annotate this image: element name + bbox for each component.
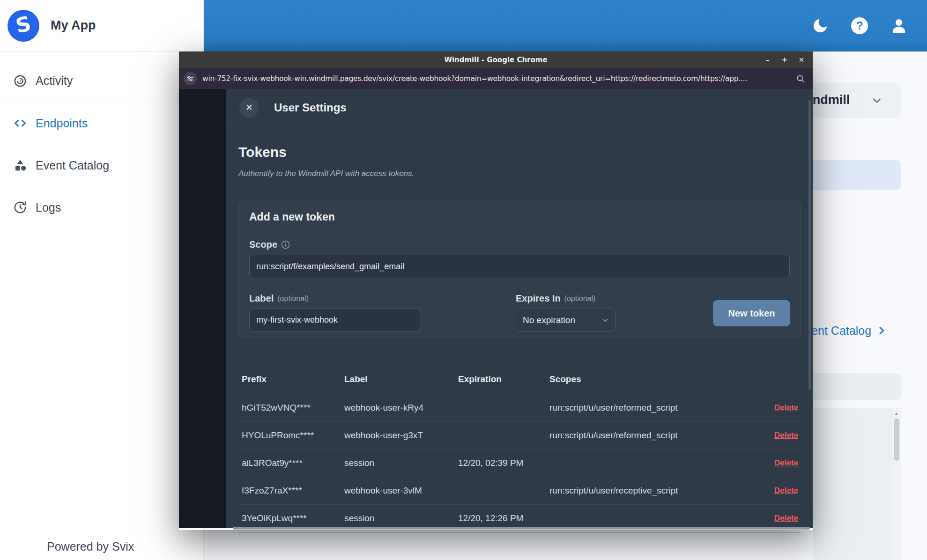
token-prefix: 3YeOiKpLwq****: [242, 513, 344, 523]
scope-label: Scope: [249, 239, 790, 250]
event-catalog-icon: [13, 158, 27, 172]
tokens-table: Prefix Label Expiration Scopes hGiT52wVN…: [238, 365, 801, 532]
sidebar-item-label: Endpoints: [36, 117, 88, 130]
table-row: aiL3ROat9y**** session 12/20, 02:39 PM D…: [238, 449, 801, 477]
chevron-right-icon: [876, 325, 887, 336]
screen: ? Windmill Event Catalog ▲ S My App: [0, 0, 927, 560]
svg-text:?: ?: [856, 19, 863, 32]
app-topbar: ?: [204, 0, 927, 52]
col-header-label: Label: [344, 374, 458, 384]
window-titlebar[interactable]: Windmill - Google Chrome – + ✕: [179, 52, 813, 68]
maximize-button[interactable]: +: [781, 56, 788, 64]
add-token-panel: Add a new token Scope Label: [238, 200, 801, 338]
token-label: webhook-user-kRy4: [344, 403, 458, 413]
background-content-panel: ▲: [813, 408, 901, 560]
zoom-search-icon[interactable]: [796, 74, 805, 83]
col-header-scopes: Scopes: [549, 374, 754, 384]
sidebar-item-endpoints[interactable]: Endpoints: [0, 102, 203, 144]
token-prefix: aiL3ROat9y****: [242, 458, 344, 468]
app-name: My App: [51, 18, 96, 33]
info-icon[interactable]: [281, 240, 290, 249]
scrollbar-up-arrow-icon[interactable]: ▲: [894, 411, 898, 416]
modal-body: Tokens Authentify to the Windmill API wi…: [226, 126, 813, 532]
svix-logo: S: [7, 10, 39, 42]
url-text[interactable]: win-752-fix-svix-webhook-win.windmill.pa…: [202, 74, 790, 83]
table-header-row: Prefix Label Expiration Scopes: [238, 365, 801, 394]
expires-in-label: Expires In (optional): [516, 293, 616, 304]
expires-in-select[interactable]: No expiration: [516, 309, 616, 332]
endpoints-icon: [13, 116, 27, 130]
table-row: hGiT52wVNQ**** webhook-user-kRy4 run:scr…: [238, 394, 801, 422]
tokens-heading: Tokens: [238, 144, 801, 165]
token-prefix: f3FzoZ7raX****: [242, 486, 344, 496]
label-input[interactable]: [249, 309, 420, 332]
col-header-prefix: Prefix: [242, 374, 344, 384]
delete-token-link[interactable]: Delete: [774, 486, 798, 495]
window-content: ✕ User Settings Tokens Authentify to the…: [179, 89, 813, 528]
sidebar-item-activity[interactable]: Activity: [0, 60, 203, 102]
token-scopes: run:script/u/user/reformed_script: [549, 430, 754, 441]
token-label: webhook-user-g3xT: [344, 430, 458, 441]
close-icon: ✕: [245, 102, 253, 113]
logs-icon: [13, 200, 27, 214]
scope-input[interactable]: [249, 255, 790, 278]
label-optional: (optional): [277, 295, 309, 303]
close-modal-button[interactable]: ✕: [239, 98, 259, 118]
window-horizontal-scrollbar[interactable]: [233, 527, 810, 530]
chrome-window: Windmill - Google Chrome – + ✕ win-752-f…: [179, 52, 813, 530]
window-title: Windmill - Google Chrome: [444, 56, 547, 64]
url-bar[interactable]: win-752-fix-svix-webhook-win.windmill.pa…: [179, 68, 813, 89]
page-behind-modal: [179, 89, 226, 528]
modal-scrollbar-thumb[interactable]: [808, 100, 811, 390]
table-row: HYOLuPRomc**** webhook-user-g3xT run:scr…: [238, 422, 801, 449]
modal-title: User Settings: [274, 101, 347, 114]
table-row: f3FzoZ7raX**** webhook-user-3vlM run:scr…: [238, 477, 801, 505]
delete-token-link[interactable]: Delete: [774, 431, 798, 440]
expires-in-value: No expiration: [523, 315, 575, 325]
chevron-down-icon: [601, 316, 609, 324]
modal-header: ✕ User Settings: [226, 89, 813, 126]
background-scrollbar[interactable]: ▲: [892, 408, 901, 560]
sidebar-nav: Activity Endpoints Event Catalog Logs: [0, 60, 203, 228]
site-settings-icon[interactable]: [184, 72, 197, 85]
expires-optional: (optional): [564, 295, 596, 303]
token-prefix: HYOLuPRomc****: [242, 430, 344, 441]
add-token-heading: Add a new token: [249, 211, 790, 223]
help-icon[interactable]: ?: [850, 16, 869, 35]
token-label: session: [344, 458, 458, 468]
user-icon[interactable]: [890, 16, 908, 35]
user-settings-modal: ✕ User Settings Tokens Authentify to the…: [226, 89, 813, 528]
delete-token-link[interactable]: Delete: [774, 514, 798, 523]
sidebar-item-label: Activity: [36, 74, 73, 88]
powered-by-svix: Powered by Svix: [47, 540, 134, 553]
dark-mode-moon-icon[interactable]: [811, 16, 830, 35]
token-scopes: run:script/u/user/receptive_script: [549, 486, 754, 496]
delete-token-link[interactable]: Delete: [774, 458, 798, 468]
sidebar-item-label: Event Catalog: [36, 159, 109, 172]
token-label: session: [344, 513, 458, 523]
label-label: Label (optional): [249, 293, 449, 304]
sidebar-item-logs[interactable]: Logs: [0, 186, 203, 228]
token-label: webhook-user-3vlM: [344, 486, 458, 496]
minimize-button[interactable]: –: [764, 56, 771, 64]
activity-icon: [13, 74, 27, 88]
delete-token-link[interactable]: Delete: [774, 403, 798, 413]
chevron-down-icon: [871, 95, 883, 107]
sidebar-item-event-catalog[interactable]: Event Catalog: [0, 144, 203, 186]
sidebar-header: S My App: [0, 0, 203, 52]
token-prefix: hGiT52wVNQ****: [242, 403, 344, 413]
token-expiration: 12/20, 02:39 PM: [458, 458, 549, 468]
new-token-button[interactable]: New token: [713, 300, 790, 326]
tokens-subtitle: Authentify to the Windmill API with acce…: [238, 169, 801, 178]
scrollbar-thumb[interactable]: [894, 419, 899, 461]
token-expiration: 12/20, 12:26 PM: [458, 513, 549, 523]
window-controls: – + ✕: [764, 52, 805, 68]
close-window-button[interactable]: ✕: [798, 56, 805, 64]
sidebar-item-label: Logs: [36, 201, 61, 214]
token-scopes: run:script/u/user/reformed_script: [549, 403, 754, 413]
col-header-expiration: Expiration: [458, 374, 549, 384]
app-sidebar: S My App Activity Endpoints Event Catalo…: [0, 0, 204, 560]
